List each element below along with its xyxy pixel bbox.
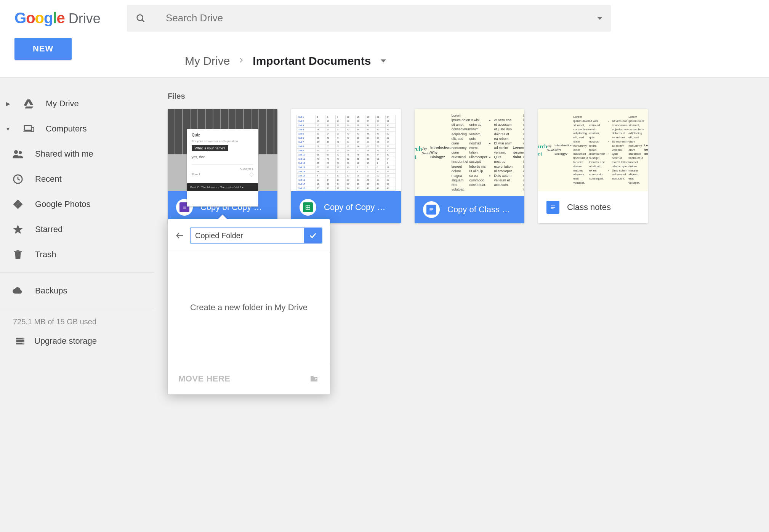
doc-bullet: Quis nostrud exerci tation ullamcorper. [494,155,513,173]
doc-bullet: Et wisi enim ad minim veniam. [612,140,629,152]
google-wordmark: Google [14,10,65,27]
svg-rect-24 [551,206,555,207]
doc-author: Joy Smith [547,144,555,153]
upgrade-storage-label: Upgrade storage [34,336,97,346]
doc-paragraph: Ut wisi enim ad minim veniam, quis nostr… [589,119,605,181]
svg-rect-26 [551,208,554,209]
svg-point-16 [23,341,24,341]
doc-title: Research Report [538,143,547,158]
drive-logo[interactable]: Google Drive [14,10,127,27]
svg-rect-5 [24,125,32,130]
file-card[interactable]: Cell 13691215182124Cell 2101316192225283… [291,109,401,223]
doc-bullet: At vero eos et accusam et justo duo dolo… [494,118,513,141]
trash-icon [11,249,24,260]
computers-icon [22,123,35,135]
svg-marker-4 [25,107,34,109]
svg-point-0 [137,14,143,20]
confirm-folder-button[interactable] [304,228,322,243]
new-button[interactable]: NEW [14,38,72,60]
back-arrow-icon[interactable] [175,231,184,240]
file-title: Copy of Copy … [324,202,393,212]
search-options-dropdown-icon[interactable] [597,17,602,20]
file-thumbnail: Teacher: Ms. Wendy Writer Email: no_repl… [538,109,648,191]
sidebar-item-shared[interactable]: Shared with me [0,141,168,167]
svg-rect-7 [32,127,34,131]
file-title: Class notes [567,202,639,212]
file-type-badge [423,201,440,218]
sidebar-item-label: Backups [35,286,67,296]
sidebar-item-computers[interactable]: ▼ Computers [0,116,168,141]
sidebar-item-photos[interactable]: Google Photos [0,192,168,217]
quiz-column: Column 1 [240,167,253,170]
doc-paragraph: Lorem ipsum dolor sit amet, consectetur … [452,113,469,192]
sidebar-item-starred[interactable]: Starred [0,217,168,242]
svg-point-15 [23,338,24,339]
sidebar-item-recent[interactable]: Recent [0,167,168,192]
sidebar-item-my-drive[interactable]: ▶ My Drive [0,91,168,116]
breadcrumb-current[interactable]: Important Documents [253,54,371,67]
svg-point-17 [23,343,24,344]
move-here-button[interactable]: MOVE HERE [178,374,231,384]
file-thumbnail: Research Report Joy Smith Introduction: … [415,109,524,196]
upgrade-storage-link[interactable]: Upgrade storage [0,336,168,346]
svg-line-1 [142,19,144,22]
divider [0,272,154,273]
doc-bullet: Et wisi enim ad minim veniam. [494,141,513,155]
doc-author: Joy Smith [422,146,430,155]
cloud-icon [11,285,24,296]
file-card[interactable]: Research Report Joy Smith Introduction: … [415,109,524,223]
sidebar-item-trash[interactable]: Trash [0,242,168,267]
svg-rect-22 [429,210,433,210]
star-icon [11,224,24,235]
sidebar-item-label: Computers [46,124,87,134]
doc-title: Research Report [415,145,422,161]
doc-bullet: At vero eos et accusam et justo duo dolo… [612,119,629,140]
file-card[interactable]: Quiz For your answer for each question W… [168,109,277,223]
people-icon [11,148,24,160]
storage-icon [14,336,26,346]
quiz-answer: yes, that [192,155,253,159]
file-thumbnail: Cell 13691215182124Cell 2101316192225283… [291,109,401,191]
subheader: NEW My Drive Important Documents [0,36,769,78]
svg-point-9 [19,151,22,154]
file-thumbnail: Quiz For your answer for each question W… [168,109,277,191]
search-input[interactable] [166,12,597,24]
doc-bullet: Quis nostrud exerci tation ullamcorper. [612,152,629,168]
sidebar-item-backups[interactable]: Backups [0,278,168,303]
body: ▶ My Drive ▼ Computers Shared with me Re… [0,78,769,532]
search-icon [135,13,146,24]
sidebar-item-label: Shared with me [35,149,93,159]
move-popover: Create a new folder in My Drive MOVE HER… [168,219,330,394]
quiz-title: Quiz [192,133,253,137]
file-card[interactable]: Teacher: Ms. Wendy Writer Email: no_repl… [538,109,648,223]
doc-section-heading: Introduction: Why Biology? [554,144,573,156]
svg-marker-11 [13,225,23,234]
search-bar[interactable] [127,5,611,32]
chevron-right-icon [238,54,244,67]
file-grid: Quiz For your answer for each question W… [168,109,769,223]
move-popover-body: Create a new folder in My Drive [168,252,330,363]
new-folder-name-field[interactable] [190,228,322,244]
drive-wordmark: Drive [69,11,101,27]
file-card-footer: Class notes [538,191,648,223]
move-popover-header [168,219,330,252]
sidebar-header: NEW [0,36,185,77]
file-card-footer: Copy of Copy … [291,191,401,223]
new-folder-icon[interactable] [309,374,319,383]
folder-dropdown-icon[interactable] [381,59,386,62]
breadcrumb-root[interactable]: My Drive [185,54,230,67]
sidebar-item-label: Google Photos [35,199,91,209]
move-popover-footer: MOVE HERE [168,363,330,394]
docs-icon [546,201,559,214]
doc-paragraph: Lorem ipsum dolor sit amet, consectetur … [628,115,644,185]
folder-name-input[interactable] [191,228,304,243]
doc-paragraph: Lorem ipsum dolor sit amet, consectetur … [574,115,589,185]
storage-usage-text: 725.1 MB of 15 GB used [13,317,168,326]
doc-paragraph: Lorem ipsum dolor sit amet, consectetur … [523,113,524,192]
sidebar-item-label: My Drive [46,99,79,109]
main-content: Files Quiz For your answer for each ques… [168,78,769,532]
sidebar: ▶ My Drive ▼ Computers Shared with me Re… [0,78,168,532]
svg-rect-23 [429,211,432,211]
svg-rect-21 [429,208,433,208]
svg-rect-29 [316,378,316,380]
